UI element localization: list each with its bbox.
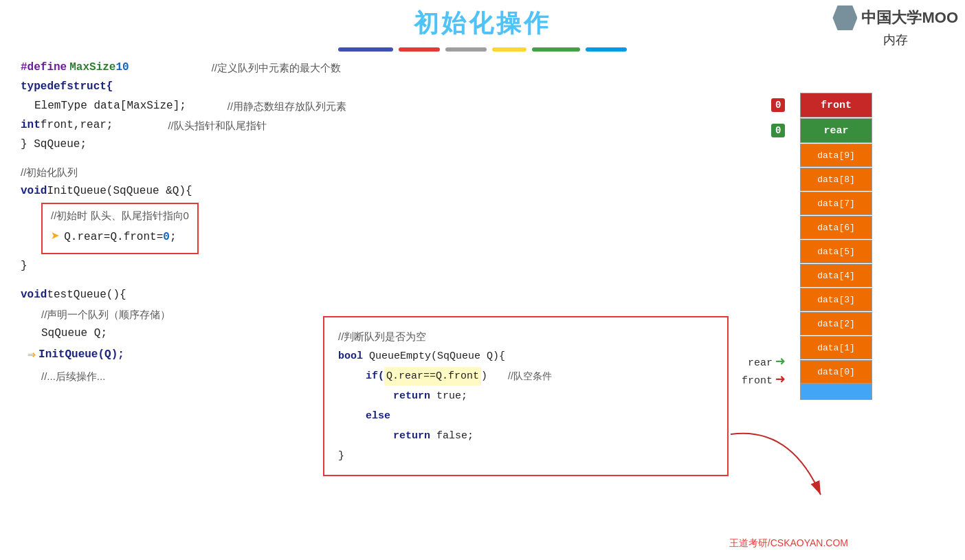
code-testqueue-sig: testQueue(){ — [47, 286, 126, 304]
bar-gray — [445, 47, 487, 52]
bar-red — [399, 47, 440, 52]
arrow-double-icon: ⇒ — [27, 344, 36, 367]
data7-cell: data[7] — [800, 192, 872, 215]
code-front-rear: front,rear; — [41, 116, 113, 135]
memory-rear-row: 0 rear — [800, 118, 872, 143]
data5-cell: data[5] — [800, 240, 872, 263]
rear-label-row: rear ➜ — [748, 355, 785, 371]
color-bar — [0, 47, 965, 52]
data3-cell: data[3] — [800, 288, 872, 311]
logo-text: 中国大学MOO — [861, 8, 958, 28]
code-line-testqueue: void testQueue(){ — [21, 286, 800, 305]
code-maxsize-val: 10 — [115, 58, 129, 77]
highlight-zero: 0 — [163, 228, 170, 247]
code-int: int — [21, 116, 41, 135]
bar-lightblue — [586, 47, 627, 52]
highlight-box: //初始时 队头、队尾指针指向0 ➤ Q.rear=Q.front=0; — [41, 203, 199, 254]
code-elemtype: ElemType data[MaxSize]; — [34, 97, 186, 115]
popup-false: false; — [436, 430, 474, 442]
red-arrow-icon: ➜ — [775, 372, 785, 389]
code-line-elemtype: ElemType data[MaxSize]; //用静态数组存放队列元素 — [21, 97, 800, 116]
highlight-code-line: ➤ Q.rear=Q.front=0; — [51, 225, 189, 250]
code-line-define: #define MaxSize 10 //定义队列中元素的最大个数 — [21, 58, 800, 78]
popup-return2: return — [393, 430, 436, 442]
rear-cell: rear — [800, 118, 872, 143]
rear-pointer-box: 0 — [771, 124, 785, 137]
green-arrow-icon: ➜ — [775, 355, 785, 371]
code-initqueue-sig: InitQueue(SqQueue &Q){ — [47, 182, 192, 201]
popup-highlight: Q.rear==Q.front — [384, 367, 481, 385]
bar-yellow — [492, 47, 526, 52]
popup-return-false-line: return false; — [393, 427, 713, 445]
comment-elemtype: //用静态数组存放队列元素 — [228, 98, 346, 115]
popup-paren: ) — [481, 367, 487, 385]
popup-if: if( — [366, 367, 384, 385]
watermark: 王道考研/CSKAOYAN.COM — [729, 537, 848, 550]
data1-cell: data[1] — [800, 336, 872, 359]
code-line-int: int front,rear; //队头指针和队尾指针 — [21, 116, 800, 135]
popup-code-box: //判断队列是否为空 bool QueueEmpty(SqQueue Q){ i… — [323, 316, 729, 476]
code-void2: void — [21, 286, 47, 304]
code-typedef: typedef — [21, 78, 67, 96]
page-title: 初始化操作 — [0, 0, 965, 41]
memory-subtitle: 内存 — [883, 32, 908, 48]
highlight-comment: //初始时 队头、队尾指针指向0 — [51, 207, 189, 225]
popup-queue-comment: //队空条件 — [508, 368, 552, 385]
data9-cell: data[9] — [800, 144, 872, 167]
highlight-code-text: Q.rear=Q.front= — [64, 228, 163, 247]
arrow-icon: ➤ — [51, 225, 60, 250]
code-comment-init: //初始化队列 — [21, 163, 800, 182]
data0-cell: data[0] — [800, 360, 872, 383]
code-sqqueue-q: SqQueue Q; — [41, 324, 107, 343]
code-struct: struct{ — [67, 78, 113, 96]
code-line-sqqueue: } SqQueue; — [21, 135, 800, 155]
code-sqqueue-end: } SqQueue; — [21, 135, 87, 154]
comment-front-rear: //队头指针和队尾指针 — [168, 117, 266, 135]
data0-labels: rear ➜ front ➜ — [742, 355, 785, 389]
code-line-close1: } — [21, 257, 800, 276]
popup-return-true-line: return true; — [393, 387, 713, 405]
code-void-initqueue: InitQueue(Q); — [38, 346, 124, 364]
popup-return1: return — [393, 390, 436, 402]
popup-bool: bool — [338, 350, 369, 362]
front-pointer-box: 0 — [771, 98, 785, 112]
code-define-keyword: #define — [21, 58, 67, 77]
code-line-typedef: typedef struct{ — [21, 78, 800, 97]
code-void: void — [21, 182, 47, 201]
code-line-initqueue: void InitQueue(SqQueue &Q){ — [21, 182, 800, 201]
popup-comment: //判断队列是否为空 — [338, 327, 713, 346]
front-cell: front — [800, 93, 872, 117]
memory-container: 0 front 0 rear data[9] data[8] data[7] d… — [800, 93, 872, 400]
data6-cell: data[6] — [800, 216, 872, 239]
popup-else-line: else — [366, 407, 713, 425]
data0-row: rear ➜ front ➜ data[0] — [800, 360, 872, 383]
bar-green — [532, 47, 580, 52]
front-label: front — [742, 375, 773, 387]
comment-define: //定义队列中元素的最大个数 — [212, 59, 341, 77]
popup-brace2: } — [338, 450, 344, 462]
comment-declare: //声明一个队列（顺序存储） — [41, 306, 170, 324]
data4-cell: data[4] — [800, 264, 872, 287]
memory-front-row: 0 front — [800, 93, 872, 117]
close-brace1: } — [21, 257, 27, 276]
popup-if-line: if( Q.rear==Q.front ) //队空条件 — [366, 367, 713, 385]
rear-label: rear — [748, 357, 773, 369]
popup-sig: QueueEmpty(SqQueue Q){ — [369, 350, 505, 362]
popup-close-brace: } — [338, 447, 713, 465]
data2-cell: data[2] — [800, 312, 872, 335]
data8-cell: data[8] — [800, 168, 872, 191]
empty-bottom — [800, 383, 872, 400]
popup-true: true; — [436, 390, 467, 402]
bar-blue — [338, 47, 393, 52]
front-label-row: front ➜ — [742, 372, 785, 389]
popup-else: else — [366, 410, 390, 422]
code-dots: //...后续操作... — [41, 368, 105, 385]
comment-init-text: //初始化队列 — [21, 164, 78, 181]
right-section: 0 front 0 rear data[9] data[8] data[7] d… — [800, 58, 951, 400]
popup-line1: bool QueueEmpty(SqQueue Q){ — [338, 347, 713, 366]
logo-area: 中国大学MOO 内存 — [832, 5, 958, 48]
code-maxsize: MaxSize — [69, 58, 115, 77]
highlight-semi: ; — [170, 228, 177, 247]
